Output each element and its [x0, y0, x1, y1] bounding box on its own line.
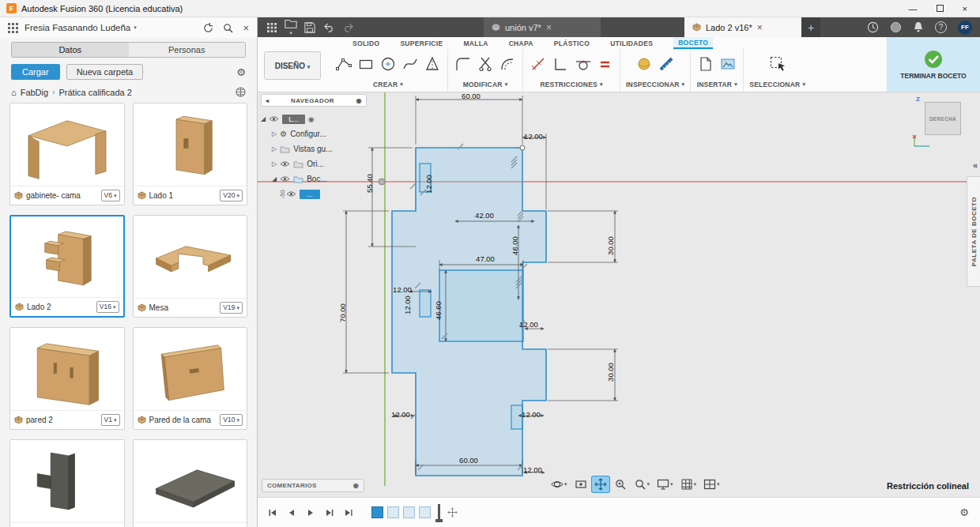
close-panel-icon[interactable]: × [243, 22, 249, 34]
timeline-feature[interactable] [387, 506, 399, 518]
home-icon[interactable]: ⌂ [11, 88, 17, 97]
workspace-tab-plastico[interactable]: PLÁSTICO [554, 40, 590, 47]
new-folder-button[interactable]: Nueva carpeta [66, 64, 144, 80]
group-label-inspeccionar[interactable]: INSPECCIONAR▾ [626, 78, 684, 91]
tree-node-origen[interactable]: ▷ Ori... [261, 156, 332, 171]
close-tab-icon[interactable]: × [546, 22, 552, 33]
offset-tool-icon[interactable] [498, 55, 517, 73]
dimension-label[interactable]: 47.00 [476, 254, 495, 263]
sketch-palette-tab[interactable]: PALETA DE BOCETO [967, 176, 980, 287]
timeline-scrubber-handle[interactable] [438, 504, 440, 521]
dimension-label[interactable]: 55.40 [365, 174, 374, 193]
decal-tool-icon[interactable] [696, 55, 715, 73]
item-card-gabinete-cama[interactable]: gabinete- cama V6▾ [9, 103, 125, 205]
timeline-feature-current[interactable] [371, 506, 383, 518]
item-card-mesa[interactable]: Mesa V19▾ [133, 215, 248, 318]
go-to-end-button[interactable] [341, 506, 356, 519]
dimension-label[interactable]: 12.00 [523, 465, 542, 474]
tree-node-bocetos[interactable]: ◢ Boc... [261, 171, 332, 186]
eye-icon[interactable] [280, 160, 290, 168]
polygon-tool-icon[interactable] [423, 55, 442, 73]
perpendicular-constraint-icon[interactable] [551, 55, 570, 73]
version-badge[interactable]: V16▾ [96, 301, 119, 313]
redo-icon[interactable] [338, 17, 357, 37]
circle-tool-icon[interactable] [379, 55, 398, 73]
panel-settings-gear-icon[interactable]: ⚙ [236, 66, 246, 78]
zoom-button[interactable]: ▾ [631, 476, 653, 492]
navigator-header[interactable]: ◂ NAVEGADOR ◉ [261, 94, 367, 107]
dimension-label[interactable]: 70.00 [338, 303, 347, 322]
dimension-label[interactable]: 12.00 [524, 132, 543, 141]
dimension-label[interactable]: 42.00 [475, 211, 494, 220]
file-menu-icon[interactable]: ▾ [281, 17, 300, 37]
avatar[interactable]: FF [958, 21, 972, 35]
workspace-tab-utilidades[interactable]: UTILIDADES [610, 40, 653, 47]
collapsed-triangle-icon[interactable]: ▷ [272, 160, 277, 168]
dimension-label[interactable]: 12.00 [522, 410, 541, 419]
viewports-button[interactable]: ▾ [701, 476, 722, 492]
tab-personas[interactable]: Personas [129, 43, 246, 57]
orbit-button[interactable]: ▾ [548, 476, 570, 492]
group-label-insertar[interactable]: INSERTAR▾ [696, 78, 737, 91]
grid-snaps-button[interactable]: ▾ [678, 476, 699, 492]
minimize-icon[interactable]: — [909, 4, 918, 13]
eye-icon[interactable] [280, 175, 290, 183]
group-label-crear[interactable]: CREAR▾ [334, 78, 442, 91]
workspace-tab-malla[interactable]: MALLA [463, 40, 488, 47]
grid-globe-icon[interactable] [236, 87, 246, 97]
tree-root-row[interactable]: ◢ L... ◉ [261, 111, 332, 126]
document-tab-union[interactable]: unión v7* × [484, 17, 601, 37]
expand-palette-icon[interactable]: « [973, 160, 978, 170]
select-tool-icon[interactable] [768, 55, 787, 73]
workspace-tab-boceto[interactable]: BOCETO [673, 37, 713, 49]
fillet-tool-icon[interactable] [454, 55, 473, 73]
version-badge[interactable]: V1▾ [101, 414, 120, 426]
breadcrumb-project[interactable]: FabDig [21, 88, 48, 97]
timeline-feature[interactable] [403, 506, 415, 518]
refresh-icon[interactable] [203, 23, 213, 33]
dimension-label[interactable]: 46.60 [434, 301, 443, 320]
group-label-modificar[interactable]: MODIFICAR▾ [454, 78, 517, 91]
timeline-feature[interactable] [419, 506, 431, 518]
dimension-label[interactable]: 60.00 [462, 92, 481, 100]
upload-button[interactable]: Cargar [11, 64, 60, 80]
item-card[interactable] [9, 439, 125, 527]
target-icon[interactable]: ◉ [308, 115, 315, 123]
rectangle-tool-icon[interactable] [356, 55, 375, 73]
version-badge[interactable]: V10▾ [220, 414, 243, 426]
job-status-icon[interactable] [890, 21, 902, 33]
search-icon[interactable] [223, 23, 233, 33]
dimension-label[interactable]: 12.00 [519, 320, 538, 329]
account-dropdown[interactable]: Fresia Fasanando Ludeña ▾ [24, 23, 137, 32]
data-panel-toggle-icon[interactable] [262, 17, 281, 37]
item-card-pared-de-la-cama[interactable]: Pared de la cama V10▾ [133, 327, 248, 430]
save-icon[interactable] [300, 17, 319, 37]
collapsed-triangle-icon[interactable]: ▷ [272, 145, 277, 152]
viewport-canvas[interactable]: 60.00 12.00 55.40 -50 12.00 42.00 46.00 … [258, 92, 980, 497]
tree-node-vistas[interactable]: ▷ Vistas gu... [261, 141, 332, 156]
dimension-label[interactable]: 12.00 [403, 295, 412, 314]
eye-icon[interactable] [269, 115, 279, 122]
item-card-pared-2[interactable]: pared 2 V1▾ [9, 327, 125, 430]
item-card[interactable] [133, 439, 248, 527]
dimension-label[interactable]: 46.00 [511, 236, 519, 255]
step-forward-button[interactable] [322, 506, 337, 519]
dimension-label[interactable]: 12.00 [391, 410, 410, 419]
item-card-lado-2[interactable]: Lado 2 V16▾ [9, 215, 125, 318]
new-tab-button[interactable]: + [801, 17, 820, 37]
tangent-constraint-icon[interactable] [573, 55, 592, 73]
spline-tool-icon[interactable] [401, 55, 420, 73]
notifications-bell-icon[interactable] [913, 21, 924, 33]
selected-sketch-chip[interactable]: ... [300, 190, 320, 199]
analysis-sphere-icon[interactable] [635, 55, 654, 73]
timeline-move-icon[interactable] [447, 507, 458, 518]
trim-tool-icon[interactable] [476, 55, 495, 73]
timeline-settings-gear-icon[interactable]: ⚙ [959, 506, 972, 518]
dimension-label[interactable]: 12.00 [424, 175, 433, 194]
version-badge[interactable]: V19▾ [220, 302, 243, 314]
version-badge[interactable]: V20▾ [220, 190, 243, 201]
viewcube[interactable]: DERECHA [925, 102, 961, 135]
finish-sketch-button[interactable]: TERMINAR BOCETO [887, 37, 980, 92]
tab-datos[interactable]: Datos [12, 43, 129, 57]
close-tab-icon[interactable]: × [757, 22, 763, 33]
